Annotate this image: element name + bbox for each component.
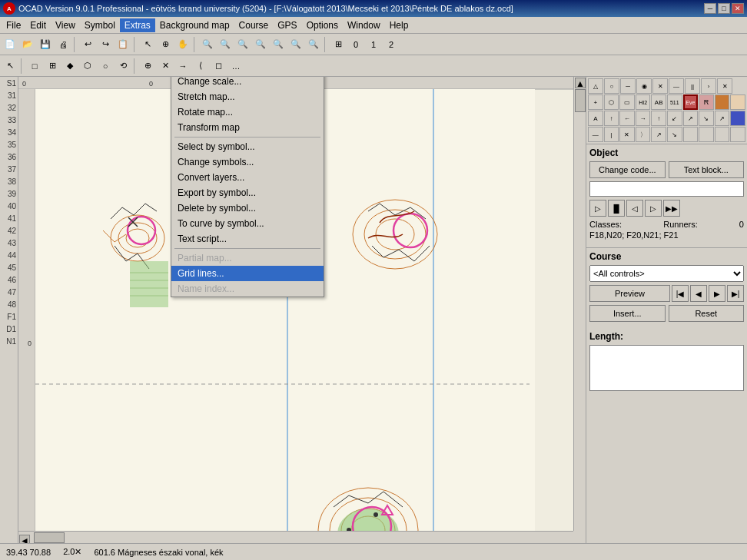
menu-edit[interactable]: Edit <box>25 18 51 32</box>
menu-gps[interactable]: GPS <box>273 18 301 32</box>
sym-arr2[interactable]: ↘ <box>667 127 682 142</box>
nav-next[interactable]: ▶ <box>709 285 725 302</box>
del-node-btn[interactable]: ✕ <box>157 58 174 75</box>
play-btn-1[interactable]: ▷ <box>589 200 606 217</box>
select-btn[interactable]: ↖ <box>2 58 18 75</box>
canvas-area[interactable]: 0 0 0 <box>18 77 586 543</box>
sym-e3[interactable] <box>715 127 730 142</box>
sym-target[interactable]: ◉ <box>636 78 652 94</box>
close-button[interactable]: ✕ <box>732 3 744 14</box>
sym-chevron[interactable]: › <box>701 78 716 94</box>
sym-close[interactable]: ✕ <box>717 78 732 94</box>
menu-course[interactable]: Course <box>234 18 274 32</box>
sym-circle[interactable]: ○ <box>604 78 619 94</box>
sym-bl[interactable] <box>730 111 745 126</box>
num1-btn[interactable]: 1 <box>365 36 382 53</box>
num2-btn[interactable]: 2 <box>383 36 400 53</box>
sym-e1[interactable] <box>683 127 699 142</box>
sym-up[interactable]: ↑ <box>604 111 619 126</box>
menu-view[interactable]: View <box>51 18 80 32</box>
zoom-custom-btn[interactable]: 🔍 <box>305 36 322 53</box>
sym-plus[interactable]: + <box>588 94 603 110</box>
sym-blank1[interactable] <box>715 94 730 110</box>
sym-hline[interactable]: — <box>588 127 603 142</box>
add-node-btn[interactable]: ⊕ <box>139 58 156 75</box>
move-btn[interactable]: ✋ <box>174 36 191 53</box>
sym-a[interactable]: A <box>588 111 603 126</box>
play-btn-2[interactable]: ▐▌ <box>608 200 625 217</box>
undo-btn[interactable]: ↩ <box>79 36 96 53</box>
sym-arr1[interactable]: ↗ <box>651 127 666 142</box>
save-btn[interactable]: 💾 <box>37 36 54 53</box>
play-btn-5[interactable]: ▶▶ <box>663 200 680 217</box>
minimize-button[interactable]: ─ <box>704 3 716 14</box>
num0-btn[interactable]: 0 <box>347 36 364 53</box>
menu-stretch-map[interactable]: Stretch map... <box>171 89 324 104</box>
angle-btn[interactable]: ⟨ <box>192 58 209 75</box>
menu-options[interactable]: Options <box>302 18 343 32</box>
sym-line[interactable]: ─ <box>620 78 636 94</box>
menu-delete-by-symbol[interactable]: Delete by symbol... <box>171 200 324 216</box>
open-btn[interactable]: 📂 <box>19 36 36 53</box>
sym-hex2[interactable]: ⬡ <box>604 94 619 110</box>
grid-btn[interactable]: ⊞ <box>330 36 347 53</box>
menu-file[interactable]: File <box>2 18 25 32</box>
sym-r[interactable]: R <box>699 94 714 110</box>
preview-button[interactable]: Preview <box>589 285 670 302</box>
sym-bars[interactable]: || <box>685 78 700 94</box>
zoom-full-btn[interactable]: 🔍 <box>252 36 269 53</box>
sym-dr[interactable]: ↘ <box>699 111 714 126</box>
change-code-button[interactable]: Change code... <box>589 161 666 178</box>
sym-ur[interactable]: ↗ <box>683 111 699 126</box>
zoom-in-btn[interactable]: 🔍 <box>199 36 216 53</box>
menu-export-by-symbol[interactable]: Export by symbol... <box>171 185 324 200</box>
play-btn-3[interactable]: ◁ <box>626 200 643 217</box>
sym-dl[interactable]: ↙ <box>667 111 682 126</box>
print-btn[interactable]: 🖨 <box>55 36 71 53</box>
sym-left[interactable]: ← <box>619 111 635 126</box>
sym-hi2[interactable]: HI2 <box>636 94 651 110</box>
sym-blank2[interactable] <box>730 94 745 110</box>
sym-angle[interactable]: 〉 <box>636 127 651 142</box>
sym-event[interactable]: Eve <box>683 94 699 110</box>
menu-change-symbols[interactable]: Change symbols... <box>171 154 324 170</box>
sym-e4[interactable] <box>730 127 745 142</box>
text-block-button[interactable]: Text block... <box>669 161 745 178</box>
cursor-btn[interactable]: ↖ <box>139 36 156 53</box>
new-btn[interactable]: 📄 <box>2 36 18 53</box>
scroll-thumb-v[interactable] <box>575 89 586 112</box>
square-btn[interactable]: ◻ <box>210 58 227 75</box>
scroll-thumb-h[interactable] <box>34 532 65 543</box>
circle-btn[interactable]: ○ <box>97 58 114 75</box>
menu-change-scale[interactable]: Change scale... <box>171 77 324 89</box>
menu-rotate-map[interactable]: Rotate map... <box>171 104 324 120</box>
zoom-btn[interactable]: ⊕ <box>157 36 174 53</box>
reset-button[interactable]: Reset <box>669 305 745 322</box>
hex-btn[interactable]: ⬡ <box>79 58 96 75</box>
diamond-btn[interactable]: ◆ <box>61 58 78 75</box>
insert-button[interactable]: Insert... <box>589 305 666 322</box>
menu-extras[interactable]: Extras <box>120 18 155 32</box>
scroll-left[interactable]: ◄ <box>19 535 30 543</box>
redo-btn[interactable]: ↪ <box>97 36 114 53</box>
nav-first[interactable]: |◀ <box>672 285 689 302</box>
menu-help[interactable]: Help <box>385 18 413 32</box>
sym-x[interactable]: ✕ <box>652 78 668 94</box>
sym-cross[interactable]: ✕ <box>619 127 635 142</box>
menu-text-script[interactable]: Text script... <box>171 231 324 247</box>
menu-to-curve[interactable]: To curve by symbol... <box>171 216 324 231</box>
sym-right[interactable]: → <box>636 111 651 126</box>
nav-last[interactable]: ▶| <box>727 285 744 302</box>
arrow-btn[interactable]: → <box>174 58 191 75</box>
menu-select-by-symbol[interactable]: Select by symbol... <box>171 139 324 154</box>
play-btn-4[interactable]: ▷ <box>645 200 662 217</box>
sym-dash[interactable]: — <box>669 78 684 94</box>
object-input[interactable] <box>589 181 744 197</box>
sym-511[interactable]: 511 <box>667 94 682 110</box>
menu-convert-layers[interactable]: Convert layers... <box>171 170 324 185</box>
paste-btn[interactable]: 📋 <box>115 36 131 53</box>
maximize-button[interactable]: □ <box>718 3 730 14</box>
sym-up2[interactable]: ↑ <box>651 111 666 126</box>
sym-e2[interactable] <box>699 127 714 142</box>
vertical-scrollbar[interactable]: ▲ <box>573 77 586 531</box>
